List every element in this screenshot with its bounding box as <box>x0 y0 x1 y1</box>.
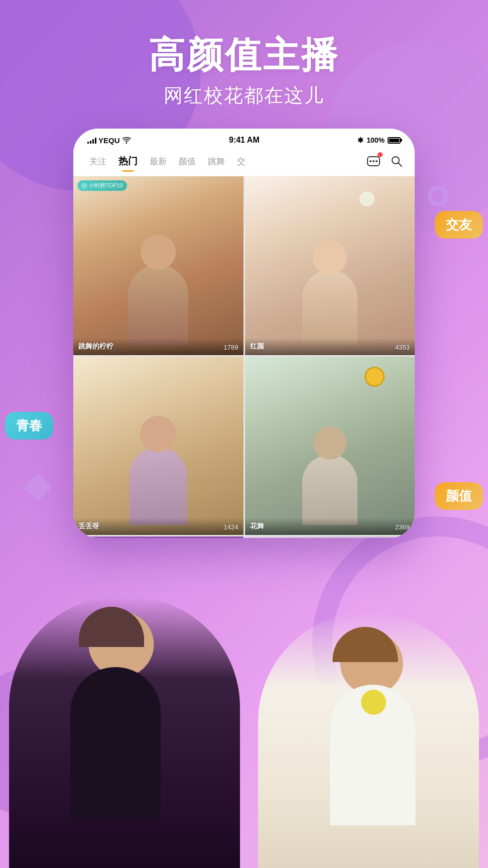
tab-jiao[interactable]: 交 <box>231 154 252 169</box>
tab-hot[interactable]: 热门 <box>112 153 144 170</box>
status-left: YEQU <box>87 136 131 145</box>
battery-icon <box>388 137 401 144</box>
stream-thumbnail-3 <box>73 357 243 535</box>
grid-item-1[interactable]: 小时榜TOP10 跳舞的柠柠 1789 <box>73 176 243 355</box>
tab-dance[interactable]: 跳舞 <box>202 154 231 169</box>
stream-overlay-1: 跳舞的柠柠 1789 <box>73 338 243 355</box>
main-title: 高颜值主播 <box>0 35 488 75</box>
grid-item-6[interactable] <box>245 536 415 538</box>
streamer-name-4: 花舞 <box>250 522 264 531</box>
stream-thumbnail-2 <box>245 176 415 355</box>
wifi-icon <box>122 137 131 144</box>
nav-icons <box>365 153 405 169</box>
stream-thumbnail-6 <box>245 536 415 538</box>
chat-badge <box>378 152 383 157</box>
streamer-name-3: 丢丢呀 <box>78 522 99 531</box>
tag-yanzhi: 颜值 <box>435 482 483 510</box>
stream-grid: 小时榜TOP10 跳舞的柠柠 1789 <box>73 176 415 538</box>
bluetooth-icon: ✱ <box>357 136 363 144</box>
battery-percent: 100% <box>367 136 385 144</box>
chat-button[interactable] <box>365 153 382 169</box>
tab-latest[interactable]: 最新 <box>144 154 173 169</box>
viewer-count-2: 4353 <box>395 344 410 351</box>
stream-overlay-3: 丢丢呀 1424 <box>73 518 243 535</box>
status-bar: YEQU 9:41 AM ✱ 100% <box>73 129 415 149</box>
svg-point-0 <box>370 160 372 162</box>
viewer-count-1: 1789 <box>224 344 238 351</box>
tag-jiaoyou: 交友 <box>435 211 483 239</box>
battery-fill <box>389 139 399 142</box>
small-circle-decoration <box>428 186 448 206</box>
tab-follow[interactable]: 关注 <box>83 154 112 169</box>
search-button[interactable] <box>389 153 405 169</box>
tag-qingchun: 青春 <box>5 412 53 440</box>
phone-frame: YEQU 9:41 AM ✱ 100% 关注 <box>73 129 415 538</box>
grid-item-4[interactable]: 花舞 2369 <box>245 357 415 535</box>
nav-tabs: 关注 热门 最新 颜值 跳舞 交 <box>73 149 415 176</box>
grid-item-3[interactable]: 丢丢呀 1424 <box>73 357 243 535</box>
bg-decoration-circle-3 <box>312 516 488 768</box>
stream-thumbnail-1 <box>73 176 243 355</box>
stream-overlay-2: 红颜 4353 <box>245 338 415 355</box>
phone-content: 小时榜TOP10 跳舞的柠柠 1789 <box>73 176 415 538</box>
badge-icon <box>81 183 87 189</box>
streamer-name-1: 跳舞的柠柠 <box>78 342 113 351</box>
sub-title: 网红校花都在这儿 <box>0 83 488 108</box>
grid-item-2[interactable]: 红颜 4353 <box>245 176 415 355</box>
status-right: ✱ 100% <box>357 136 401 144</box>
stream-thumbnail-5: 花 你 <box>73 536 243 538</box>
signal-bar-3 <box>92 139 94 144</box>
grid-item-5[interactable]: 花 你 花 <box>73 536 243 538</box>
stream-thumbnail-4 <box>245 357 415 535</box>
streamer-name-2: 红颜 <box>250 342 264 351</box>
svg-point-2 <box>376 160 378 162</box>
badge-text-1: 小时榜TOP10 <box>89 182 123 189</box>
stream-overlay-4: 花舞 2369 <box>245 518 415 535</box>
phone-mockup: YEQU 9:41 AM ✱ 100% 关注 <box>0 129 488 538</box>
top-badge-1: 小时榜TOP10 <box>77 180 127 191</box>
carrier-name: YEQU <box>98 136 120 145</box>
header-section: 高颜值主播 网红校花都在这儿 <box>0 0 488 124</box>
signal-bar-1 <box>87 142 89 144</box>
viewer-count-4: 2369 <box>395 523 410 531</box>
svg-point-1 <box>373 160 375 162</box>
status-time: 9:41 AM <box>229 136 260 145</box>
tab-yanzhi[interactable]: 颜值 <box>173 154 202 169</box>
signal-bar-2 <box>90 141 91 144</box>
svg-line-5 <box>398 163 402 166</box>
signal-icon <box>87 137 96 144</box>
viewer-count-3: 1424 <box>224 523 238 531</box>
signal-bar-4 <box>95 138 96 144</box>
bg-decoration-circle-4 <box>0 667 110 818</box>
